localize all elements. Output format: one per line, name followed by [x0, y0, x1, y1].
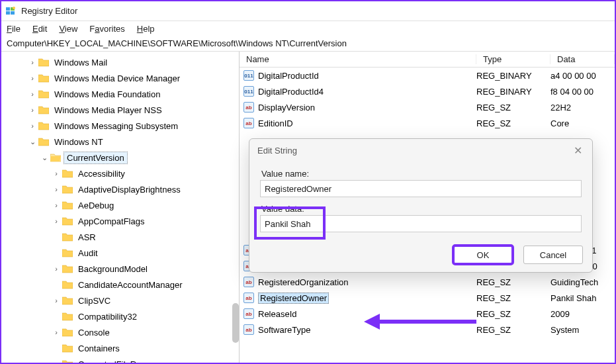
chevron-right-icon[interactable]: › [52, 265, 61, 273]
chevron-right-icon[interactable]: › [52, 296, 61, 304]
chevron-down-icon[interactable]: ⌄ [40, 154, 49, 162]
list-header: Name Type Data [240, 52, 615, 68]
tree-node[interactable]: ›AppCompatFlags [52, 213, 239, 229]
chevron-right-icon[interactable]: › [28, 106, 37, 114]
chevron-right-icon[interactable]: › [28, 74, 37, 82]
table-row[interactable]: 011DigitalProductIdREG_BINARYa4 00 00 00 [240, 68, 615, 83]
column-header-type[interactable]: Type [476, 54, 550, 64]
tree-item-label: Accessibility [75, 168, 128, 179]
tree-node-windows-nt[interactable]: ⌄ Windows NT [1, 134, 239, 150]
tree-node[interactable]: ›BackgroundModel [52, 261, 239, 277]
chevron-right-icon[interactable]: › [52, 201, 61, 209]
chevron-right-icon[interactable]: › [52, 169, 61, 177]
table-row[interactable]: abRegisteredOwnerREG_SZPankil Shah [240, 290, 615, 306]
menu-bar: File Edit View Favorites Help [1, 21, 615, 36]
svg-point-4 [13, 7, 15, 9]
value-type: REG_SZ [476, 325, 550, 335]
tree-node[interactable]: ›Windows Media Foundation [28, 86, 239, 102]
folder-icon [62, 296, 73, 305]
menu-help[interactable]: Help [137, 24, 155, 34]
tree-item-label: Audit [75, 248, 101, 259]
tree-node[interactable]: ›CorruptedFileRecovery [52, 356, 239, 363]
tree-item-label: Windows NT [52, 136, 106, 148]
address-bar[interactable]: Computer\HKEY_LOCAL_MACHINE\SOFTWARE\Mic… [1, 36, 615, 52]
menu-view[interactable]: View [59, 24, 77, 34]
value-data: Core [550, 118, 615, 128]
folder-icon [62, 343, 73, 353]
app-icon [5, 6, 16, 17]
ok-button[interactable]: OK [453, 246, 513, 264]
chevron-right-icon[interactable]: › [28, 58, 37, 66]
folder-icon [62, 185, 73, 194]
table-row[interactable]: abEditionIDREG_SZCore [240, 115, 615, 131]
value-data-input[interactable] [260, 215, 582, 232]
folder-icon [62, 312, 73, 321]
folder-open-icon [50, 153, 61, 162]
value-data: System [550, 325, 615, 335]
value-name: ReleaseId [258, 309, 297, 319]
svg-rect-0 [6, 7, 10, 11]
folder-icon [62, 201, 73, 210]
label-value-name: Value name: [260, 166, 582, 180]
chevron-right-icon[interactable]: › [28, 90, 37, 98]
tree-node[interactable]: ›AdaptiveDisplayBrightness [52, 181, 239, 197]
tree-node[interactable]: ›Accessibility [52, 165, 239, 181]
tree-item-label: AdaptiveDisplayBrightness [75, 184, 183, 195]
folder-icon [38, 73, 49, 83]
chevron-right-icon[interactable]: › [52, 328, 61, 336]
tree-item-label: ClipSVC [75, 295, 113, 306]
tree-node[interactable]: ›AeDebug [52, 197, 239, 213]
tree-node[interactable]: ›Windows Messaging Subsystem [28, 118, 239, 134]
column-header-data[interactable]: Data [550, 54, 615, 64]
menu-favorites[interactable]: Favorites [89, 24, 124, 34]
chevron-down-icon[interactable]: ⌄ [28, 138, 37, 146]
tree-node[interactable]: ›ClipSVC [52, 293, 239, 308]
string-value-icon: ab [243, 118, 254, 128]
tree-node[interactable]: Compatibility32 [52, 308, 239, 324]
column-header-name[interactable]: Name [240, 54, 476, 64]
tree-node[interactable]: ›Windows Media Device Manager [28, 70, 239, 86]
value-type: REG_SZ [476, 293, 550, 303]
tree-node[interactable]: ›Windows Media Player NSS [28, 102, 239, 118]
folder-icon [62, 216, 73, 226]
tree-item-label: Windows Mail [52, 57, 110, 68]
table-row[interactable]: abReleaseIdREG_SZ2009 [240, 306, 615, 322]
folder-icon [38, 121, 49, 130]
table-row[interactable]: abRegisteredOrganizationREG_SZGuidingTec… [240, 274, 615, 290]
tree-node[interactable]: ›Windows Mail [28, 54, 239, 70]
folder-icon [62, 232, 73, 242]
table-row[interactable]: 011DigitalProductId4REG_BINARYf8 04 00 0… [240, 83, 615, 99]
value-type: REG_SZ [476, 118, 550, 128]
table-row[interactable]: abDisplayVersionREG_SZ22H2 [240, 99, 615, 115]
string-value-icon: ab [243, 293, 254, 303]
value-name: DigitalProductId4 [258, 87, 324, 97]
cancel-button[interactable]: Cancel [523, 246, 583, 264]
tree-node[interactable]: ›Console [52, 324, 239, 340]
tree-node[interactable]: CandidateAccountManager [52, 277, 239, 293]
tree-pane[interactable]: ›Windows Mail›Windows Media Device Manag… [1, 52, 240, 363]
value-name: SoftwareType [258, 325, 311, 335]
tree-node[interactable]: Containers [52, 340, 239, 356]
label-value-data: Value data: [260, 201, 582, 215]
chevron-right-icon[interactable]: › [52, 185, 61, 193]
tree-node-currentversion[interactable]: ⌄ CurrentVersion [1, 150, 239, 165]
title-bar: Registry Editor [1, 1, 615, 21]
table-row[interactable]: abSoftwareTypeREG_SZSystem [240, 322, 615, 338]
chevron-right-icon[interactable]: › [52, 217, 61, 225]
scrollbar-thumb[interactable] [232, 303, 239, 343]
menu-file[interactable]: File [7, 24, 21, 34]
binary-value-icon: 011 [243, 86, 254, 97]
close-icon[interactable]: ✕ [571, 144, 584, 157]
tree-item-label: Console [75, 327, 112, 338]
chevron-right-icon[interactable]: › [52, 360, 61, 363]
tree-node[interactable]: ASR [52, 229, 239, 245]
tree-item-label: Windows Messaging Subsystem [52, 120, 181, 132]
chevron-right-icon[interactable]: › [28, 122, 37, 130]
menu-edit[interactable]: Edit [32, 24, 47, 34]
value-name-input[interactable] [260, 180, 582, 197]
folder-icon [62, 248, 73, 257]
tree-item-label: Windows Media Player NSS [52, 105, 165, 116]
folder-icon [62, 328, 73, 337]
tree-item-label: BackgroundModel [75, 263, 150, 275]
tree-node[interactable]: Audit [52, 245, 239, 261]
